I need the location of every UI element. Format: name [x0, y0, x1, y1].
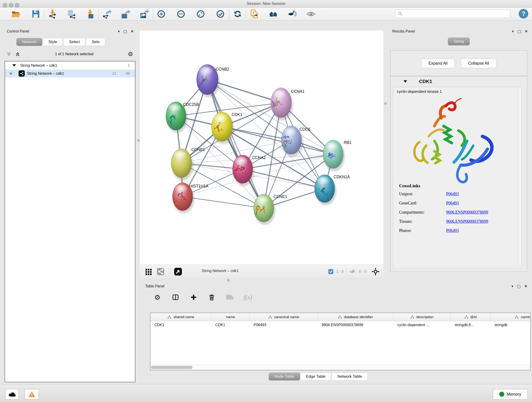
protein-structure-image: [407, 96, 505, 188]
table-close-icon[interactable]: ✕: [524, 284, 527, 288]
tab-string[interactable]: String: [448, 38, 469, 45]
network-edge[interactable]: [183, 197, 264, 208]
network-node-CCNA2[interactable]: CCNA2: [233, 155, 266, 186]
network-view-icon[interactable]: [157, 268, 165, 275]
delete-column-icon[interactable]: [208, 293, 215, 301]
hide-selected-eye-icon[interactable]: [287, 9, 298, 19]
help-icon[interactable]: ?: [519, 9, 528, 19]
network-node-CDC25B[interactable]: CDC25B: [166, 102, 199, 133]
birdseye-view-icon[interactable]: [174, 268, 182, 276]
panel-close-icon[interactable]: ✕: [131, 29, 133, 33]
tab-network-table[interactable]: Network Table: [331, 373, 367, 380]
crosslink-link[interactable]: P06493: [446, 201, 459, 206]
column-header-canonical-name[interactable]: canonical name: [250, 313, 318, 321]
collapse-triangle-icon[interactable]: [12, 64, 16, 67]
memory-button[interactable]: Memory: [493, 389, 528, 400]
network-node-CCNA1[interactable]: CCNA1: [271, 88, 304, 120]
expand-all-button[interactable]: Expand All: [421, 59, 455, 68]
crosslinks-heading: CrossLinks: [399, 183, 518, 188]
copy-icon[interactable]: [249, 9, 260, 19]
network-edge[interactable]: [222, 127, 333, 154]
expand-all-networks-icon[interactable]: [6, 51, 12, 57]
results-menu-icon[interactable]: ▾: [512, 29, 514, 33]
results-float-icon[interactable]: ▢: [517, 29, 521, 34]
tab-sets[interactable]: Sets: [86, 38, 105, 46]
cloud-button[interactable]: [5, 389, 19, 400]
fit-selected-crosshair-icon[interactable]: [371, 268, 380, 276]
network-node-HIST1H1A[interactable]: HIST1H1A: [172, 183, 209, 213]
results-close-icon[interactable]: ✕: [525, 29, 528, 33]
tab-network[interactable]: Network: [17, 38, 42, 46]
show-columns-icon[interactable]: [172, 293, 179, 301]
column-header-name[interactable]: name: [211, 313, 250, 321]
network-edge[interactable]: [207, 80, 264, 208]
collapse-all-networks-icon[interactable]: [15, 51, 21, 57]
zoom-out-icon[interactable]: [176, 9, 186, 19]
tab-style[interactable]: Style: [43, 38, 63, 46]
left-splitter-grip[interactable]: [137, 139, 140, 142]
function-builder-icon[interactable]: f(x): [244, 293, 252, 301]
crosslink-link[interactable]: 9606.ENSP00000378699: [446, 210, 488, 215]
crosslink-link[interactable]: 9606.ENSP00000378699: [446, 219, 488, 224]
refresh-icon[interactable]: [232, 9, 243, 19]
show-all-eye-icon[interactable]: [306, 9, 316, 19]
hidden-eye-icon[interactable]: [349, 269, 356, 274]
export-table-icon[interactable]: [120, 9, 131, 19]
network-options-gear-icon[interactable]: ⚙: [128, 51, 133, 58]
network-edge[interactable]: [243, 169, 325, 189]
delete-table-icon[interactable]: [226, 293, 234, 301]
network-node-CCNE1[interactable]: CCNE1: [254, 194, 287, 225]
column-header-database-identifier[interactable]: database identifier: [318, 313, 393, 321]
selected-checkbox-icon[interactable]: [328, 269, 334, 274]
network-status-dot-icon: [10, 72, 12, 75]
tab-edge-table[interactable]: Edge Table: [300, 373, 331, 380]
selected-node-edge-counts: 1 - 0: [336, 269, 344, 274]
network-node-CDKN1A[interactable]: CDKN1A: [315, 175, 350, 205]
table-horizontal-scrollbar[interactable]: [151, 365, 530, 370]
network-node-CCNB2[interactable]: CCNB2: [196, 64, 229, 97]
crosslinks-block: CrossLinks Uniprot:P06493 GeneCard:P0649…: [399, 183, 518, 237]
network-row-selected[interactable]: String Network – cdk1 11 48: [5, 70, 135, 77]
search-input[interactable]: [403, 12, 502, 16]
crosslink-link[interactable]: P06493: [446, 228, 459, 233]
import-network-database-icon[interactable]: [66, 9, 76, 19]
section-collapse-triangle-icon[interactable]: [404, 80, 407, 83]
collapse-all-button[interactable]: Collapse All: [461, 59, 496, 68]
import-network-file-icon[interactable]: [47, 9, 58, 19]
warning-button[interactable]: [25, 389, 39, 400]
network-node-CDK1[interactable]: CDK1: [211, 112, 242, 144]
right-splitter-grip[interactable]: [384, 102, 387, 105]
zoom-fit-icon[interactable]: [196, 9, 206, 19]
network-collection-row[interactable]: String Network – cdk1 1: [5, 61, 135, 70]
horizontal-splitter-grip[interactable]: [227, 279, 230, 281]
grid-view-icon[interactable]: [145, 268, 152, 275]
panel-float-icon[interactable]: ▢: [123, 29, 127, 34]
column-header-shared-name[interactable]: shared name: [151, 313, 211, 321]
export-image-icon[interactable]: [139, 9, 150, 19]
tab-select[interactable]: Select: [63, 38, 85, 46]
search-field[interactable]: [395, 10, 510, 18]
save-session-icon[interactable]: [30, 9, 41, 19]
table-menu-icon[interactable]: ▾: [512, 284, 513, 288]
panel-menu-icon[interactable]: ▾: [118, 29, 120, 33]
column-header-namespace[interactable]: namespace: [491, 313, 531, 321]
table-options-gear-icon[interactable]: ⚙: [153, 293, 161, 301]
results-scrollbar[interactable]: [518, 87, 521, 268]
import-table-file-icon[interactable]: [85, 9, 95, 19]
export-network-icon[interactable]: [102, 9, 112, 19]
tab-node-table[interactable]: Node Table: [269, 373, 300, 380]
open-session-icon[interactable]: [11, 9, 21, 19]
add-column-icon[interactable]: [190, 293, 197, 301]
scrollbar-thumb[interactable]: [151, 366, 192, 369]
column-header-description[interactable]: description: [393, 313, 451, 321]
table-row[interactable]: CDK1 CDK1 P06493 9606.ENSP00000378699 cy…: [151, 321, 530, 329]
network-canvas[interactable]: CCNB2CCNA1CDC25BCDK1CDC6RB1CCNB1CCNA2CDK…: [140, 31, 383, 265]
zoom-in-icon[interactable]: [156, 9, 167, 19]
network-node-RB1[interactable]: RB1: [323, 140, 351, 171]
zoom-selected-icon[interactable]: [215, 9, 226, 19]
home-icon[interactable]: [268, 9, 279, 19]
column-header-id[interactable]: @id: [451, 313, 491, 321]
crosslink-link[interactable]: P06493: [446, 191, 459, 196]
table-float-icon[interactable]: ▢: [517, 284, 520, 289]
table-panel-title: Table Panel: [145, 284, 165, 288]
